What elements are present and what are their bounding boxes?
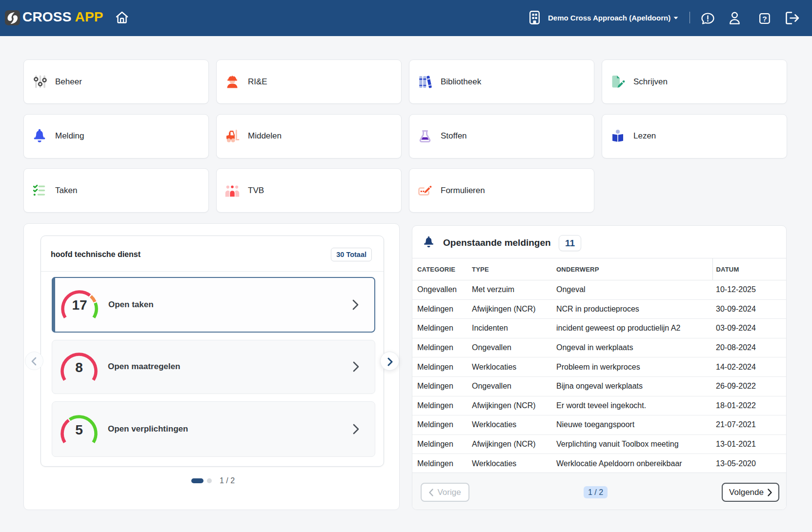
- svg-text:5: 5: [75, 422, 83, 437]
- svg-text:17: 17: [72, 297, 87, 312]
- svg-text:?: ?: [762, 15, 767, 23]
- svg-text:8: 8: [75, 359, 83, 374]
